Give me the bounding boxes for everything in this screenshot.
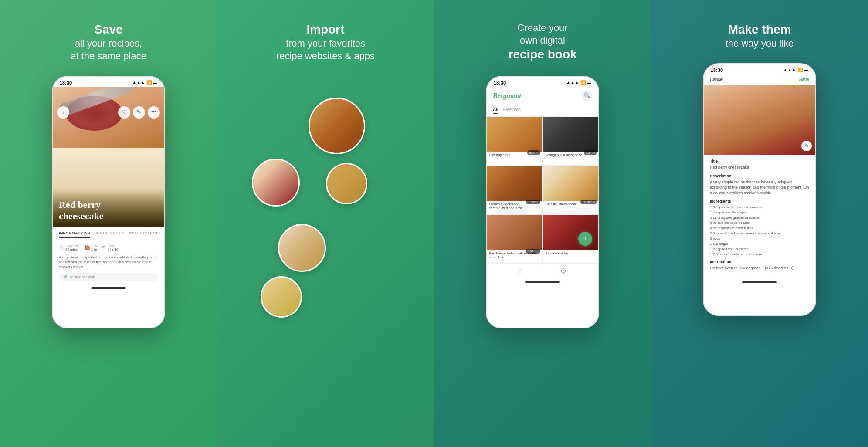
- home-bar-4: [742, 281, 777, 283]
- hero-image-1: ‹ ♡ ✎ ••• Red berrycheesecake: [53, 87, 164, 227]
- instructions-value[interactable]: Preheat oven to 350 degrees F (175 degre…: [710, 265, 809, 271]
- heart-button[interactable]: ♡: [118, 106, 130, 119]
- ingredients-list: 1.5 cups crushed graham crackers 1 teasp…: [710, 205, 809, 257]
- recipe-heart-gingerbread[interactable]: ♡: [488, 200, 492, 204]
- status-bar-3: 18:30 ▲▲▲ 📶 ▬: [487, 77, 598, 87]
- recipe-card-apple-pie[interactable]: 0.4min ♡ Diet apple pie: [487, 117, 542, 165]
- recipe-image-salmon: [487, 215, 542, 250]
- recipe-image-apple-pie: [487, 117, 542, 152]
- home-indicator-4: [704, 279, 815, 286]
- home-indicator-1: [53, 284, 164, 291]
- status-bar-1: 18:30 ▲▲▲ 📶 ▬: [53, 77, 164, 87]
- food-circle-5: [261, 276, 302, 318]
- tab-favorites[interactable]: Favorites: [503, 107, 521, 114]
- cook-icon: 🥘: [85, 245, 90, 250]
- tab-informations[interactable]: INFORMATIONS: [59, 231, 90, 238]
- source-url: coolrecipes.com: [70, 275, 95, 279]
- desc-field-value[interactable]: A very simple recipe that can be easily …: [710, 179, 809, 196]
- cancel-button[interactable]: Cancel: [710, 77, 723, 82]
- cook-times: 🍴 Preparation 30 mins 🥘 Cook 1 hr: [59, 244, 158, 251]
- home-nav-icon[interactable]: ⌂: [518, 266, 523, 275]
- recipe-card-cheesecake[interactable]: 1h 20min Classic Cheesecake: [543, 166, 599, 214]
- bergamot-header: Bergamot 🔍: [487, 87, 598, 105]
- edit-hero-image: ✎: [704, 85, 815, 155]
- food-circle-3: [326, 163, 367, 204]
- phone-mockup-1: 18:30 ▲▲▲ 📶 ▬ ‹: [52, 76, 165, 328]
- phone-mockup-4: 18:30 ▲▲▲ 📶 ▬ Cancel Save ✎ Title Red be…: [703, 63, 816, 316]
- recipe-tabs-section: INFORMATIONS INGREDIENTS INSTRUCTIONS: [53, 227, 164, 241]
- recipe-list-tabs: All Favorites: [487, 105, 598, 117]
- ingredient-4: 0.25 cup chopped pecans: [710, 220, 809, 226]
- cook-label: Cook: [91, 244, 98, 247]
- title-field-label: Title: [710, 159, 809, 163]
- recipe-card-salmon[interactable]: 0.60min ♡ Parchment-baked salmon with so…: [487, 215, 542, 263]
- panel-create: Create yourown digital recipe book 18:30…: [434, 0, 651, 447]
- recipe-time-gingerbread: 0.15min: [526, 200, 540, 204]
- recipe-time-apple-pie: 0.4min: [527, 150, 540, 155]
- ingredient-9: 1 teaspoon vanilla extract: [710, 247, 809, 252]
- ingredient-5: 4 tablespoons melted butter: [710, 226, 809, 231]
- title-field-value[interactable]: Red berry cheesecake: [710, 165, 809, 170]
- settings-nav-icon[interactable]: ⚙: [560, 266, 567, 276]
- status-time-4: 18:30: [711, 68, 723, 73]
- ingredient-3: 0.13 teaspoon ground cinnamon: [710, 215, 809, 220]
- battery-icon-3: ▬: [587, 80, 591, 85]
- food-circle-1: [309, 98, 365, 154]
- ingredient-2: 1 teaspoon white sugar: [710, 210, 809, 215]
- recipe-time-salmon: 0.60min: [526, 249, 540, 254]
- signal-icon-4: ▲▲▲: [783, 68, 796, 72]
- signal-icon-3: ▲▲▲: [566, 80, 579, 85]
- recipe-label-chicken: Basque chicke...: [543, 250, 599, 257]
- ingredient-8: 1 cup sugar: [710, 241, 809, 247]
- recipe-card-lasagna[interactable]: 0.5min Lasagna alla bolognese: [543, 117, 599, 165]
- home-bar-3: [525, 281, 560, 283]
- status-icons-3: ▲▲▲ 📶 ▬: [566, 80, 591, 85]
- recipe-card-gingerbread[interactable]: 0.15min ♡ French gingerbread, caramelize…: [487, 166, 542, 214]
- save-button[interactable]: Save: [799, 77, 809, 82]
- recipe-description: A very simple recipe that can be easily …: [59, 255, 158, 270]
- panel-import-title: Import from your favoritesrecipe website…: [276, 22, 375, 63]
- tab-all[interactable]: All: [493, 107, 498, 114]
- status-time-3: 18:30: [494, 80, 506, 85]
- home-bar: [91, 287, 126, 289]
- recipe-time-lasagna: 0.5min: [584, 150, 597, 155]
- recipe-heart-salmon[interactable]: ♡: [488, 249, 492, 254]
- recipe-image-chicken: [543, 215, 599, 250]
- recipe-grid: 0.4min ♡ Diet apple pie 0.5min Lasagna a…: [487, 117, 598, 263]
- panel-make: Make them the way you like 18:30 ▲▲▲ 📶 ▬…: [651, 0, 868, 447]
- desc-field-label: Description: [710, 174, 809, 178]
- cook-time: 🥘 Cook 1 hr: [85, 244, 98, 251]
- panel-make-title: Make them the way you like: [726, 22, 794, 50]
- recipe-heart-apple-pie[interactable]: ♡: [488, 150, 492, 155]
- ingredient-7: 3 eggs: [710, 236, 809, 241]
- panel-save-title: Save all your recipes,at the same place: [71, 22, 146, 63]
- edit-button[interactable]: ✎: [133, 106, 145, 119]
- recipe-title-overlay: Red berrycheesecake: [59, 199, 158, 222]
- battery-icon: ▬: [153, 80, 157, 85]
- total-icon: ⏱: [102, 245, 106, 250]
- search-button[interactable]: 🔍: [582, 91, 592, 101]
- food-circle-2: [252, 159, 300, 207]
- panel-save: Save all your recipes,at the same place …: [0, 0, 217, 447]
- food-circle-4: [278, 224, 326, 272]
- ingredient-1: 1.5 cups crushed graham crackers: [710, 205, 809, 210]
- total-label: Total: [108, 244, 119, 247]
- more-button[interactable]: •••: [148, 106, 160, 119]
- back-button[interactable]: ‹: [57, 106, 69, 119]
- recipe-image-lasagna: [543, 117, 599, 152]
- tab-ingredients[interactable]: INGREDIENTS: [95, 231, 124, 235]
- recipe-image-cheesecake: [543, 166, 599, 201]
- edit-image-button[interactable]: ✎: [801, 141, 812, 151]
- phone-mockup-3: 18:30 ▲▲▲ 📶 ▬ Bergamot 🔍 All Favorites: [486, 76, 599, 328]
- tab-instructions[interactable]: INSTRUCTIONS: [129, 231, 160, 235]
- source-url-bar: 🔗 coolrecipes.com: [59, 273, 158, 281]
- add-recipe-button[interactable]: +: [578, 232, 592, 246]
- panel-create-title-bold: recipe book: [508, 47, 576, 62]
- recipe-time-cheesecake: 1h 20min: [580, 200, 597, 204]
- recipe-image-gingerbread: [487, 166, 542, 201]
- panel-save-title-bold: Save: [71, 22, 146, 37]
- wifi-icon: 📶: [146, 80, 152, 85]
- ingredients-label: Ingredients: [710, 199, 809, 203]
- edit-header: Cancel Save: [704, 74, 815, 85]
- ingredient-6: 2 (8 ounce) packages cream cheese, softe…: [710, 231, 809, 236]
